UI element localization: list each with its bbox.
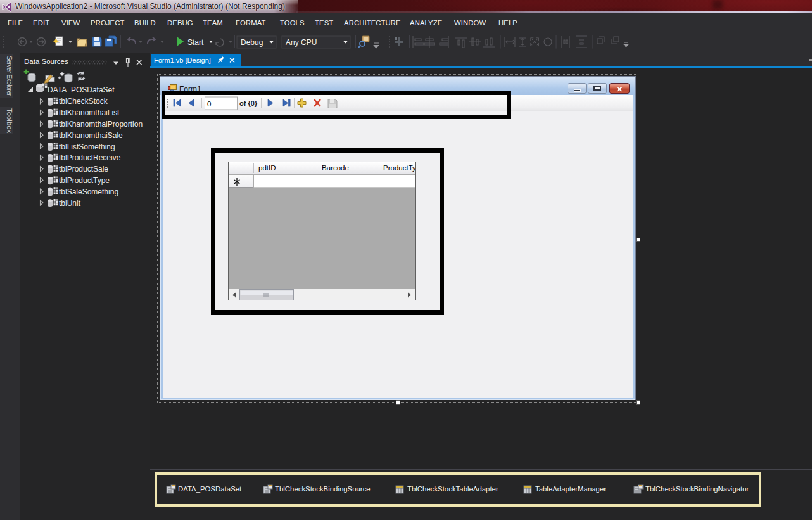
svg-text:Start: Start xyxy=(187,38,204,47)
svg-text:Any CPU: Any CPU xyxy=(286,38,317,47)
svg-text:Debug: Debug xyxy=(241,38,263,47)
